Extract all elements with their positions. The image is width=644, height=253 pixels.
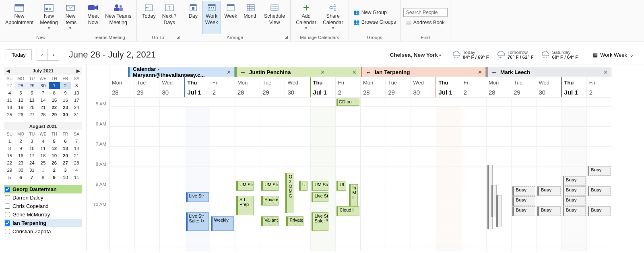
mini-cal-day[interactable]: 28 <box>15 82 27 89</box>
allday-slot[interactable] <box>361 98 386 106</box>
meet-now-button[interactable]: Meet Now <box>85 1 101 34</box>
calendar-event[interactable]: Busy <box>563 176 586 186</box>
mini-cal-day[interactable]: 14 <box>37 97 49 104</box>
day-header[interactable]: Wed30 <box>536 77 561 97</box>
allday-event[interactable]: GD ou → <box>336 99 359 106</box>
calendar-event[interactable]: UM Sta <box>261 181 279 191</box>
day-column[interactable]: UM StaLive StrLive StrSale: ↻ <box>310 107 335 251</box>
allday-slot[interactable] <box>386 98 411 106</box>
new-items-button[interactable]: New Items <box>62 1 80 34</box>
mini-cal-day[interactable]: 14 <box>71 145 82 152</box>
person-checkbox[interactable] <box>5 204 10 209</box>
goto-today-button[interactable]: Today <box>6 49 32 60</box>
allday-slot[interactable] <box>486 98 511 106</box>
mini-cal-day[interactable]: 24 <box>26 159 37 167</box>
calendar-event[interactable]: Busy <box>512 206 535 216</box>
day-column[interactable]: BusyBusyBusyBusy <box>561 107 586 251</box>
mini-cal-day[interactable]: 7 <box>71 138 82 145</box>
mini-cal-day[interactable]: 3 <box>60 167 71 174</box>
allday-slot[interactable] <box>159 98 184 106</box>
new-teams-meeting-button[interactable]: New Teams Meeting <box>102 1 134 34</box>
panel-arrow-icon[interactable]: ← <box>365 69 372 76</box>
day-column[interactable] <box>411 107 436 251</box>
mini-cal-day[interactable]: 21 <box>37 104 49 111</box>
person-checkbox[interactable] <box>5 187 10 192</box>
mini-cal-day[interactable]: 27 <box>4 82 15 89</box>
day-header[interactable]: Fri2 <box>586 77 611 97</box>
mini-cal-day[interactable]: 5 <box>49 138 60 145</box>
close-icon[interactable]: ✕ <box>478 69 482 75</box>
day-header[interactable]: Mon28 <box>235 77 260 97</box>
mini-cal-day[interactable]: 11 <box>37 145 49 152</box>
calendar-person-row[interactable]: Georg Dauterman <box>4 185 82 193</box>
mini-cal-day[interactable]: 11 <box>71 174 82 181</box>
share-calendar-button[interactable]: Share Calendar <box>320 1 346 34</box>
calendar-event[interactable] <box>491 185 497 217</box>
day-column[interactable] <box>159 107 184 251</box>
mini-cal-day[interactable]: 5 <box>15 89 27 97</box>
mini-cal-day[interactable]: 6 <box>15 174 27 181</box>
mini-cal-day[interactable]: 4 <box>71 167 82 174</box>
day-column[interactable] <box>134 107 159 251</box>
mini-cal-day[interactable]: 16 <box>15 152 27 159</box>
next-week-button[interactable]: › <box>48 49 59 61</box>
location-picker[interactable]: Chelsea, New York <box>390 52 441 58</box>
mini-cal-day[interactable]: 29 <box>26 82 37 89</box>
day-header[interactable]: Tue29 <box>134 77 159 97</box>
mini-cal-day[interactable]: 20 <box>26 104 37 111</box>
mini-cal-day[interactable]: 12 <box>15 97 27 104</box>
day-header[interactable]: Fri2 <box>210 77 235 97</box>
mini-cal-day[interactable]: 7 <box>37 89 49 97</box>
calendar-event[interactable]: Valiant <box>261 216 279 226</box>
mini-cal-day[interactable]: 27 <box>26 111 37 118</box>
panel-arrow-icon[interactable]: ← <box>491 69 497 76</box>
mini-cal-day[interactable]: 23 <box>60 104 71 111</box>
calendar-event[interactable]: Busy <box>537 186 560 196</box>
mini-cal-day[interactable]: 1 <box>37 167 49 174</box>
mini-cal-day[interactable]: 9 <box>49 174 60 181</box>
day-column[interactable]: UM StaS-LPrep <box>235 107 260 251</box>
work-week-view-button[interactable]: Work Week <box>202 1 221 34</box>
mini-cal-day[interactable]: 9 <box>60 89 71 97</box>
mini-cal-day[interactable]: 23 <box>15 159 27 167</box>
calendar-event[interactable]: Live Str <box>312 192 329 202</box>
calendar-person-row[interactable]: Christian Zapata <box>4 227 82 236</box>
week-view-button[interactable]: Week <box>222 1 240 34</box>
calendar-event[interactable]: Cloud I <box>336 206 359 216</box>
calendar-event[interactable]: Live StrSale: ↻ <box>186 212 209 231</box>
calendar-person-row[interactable]: Ian Terpening <box>4 219 82 227</box>
address-book-button[interactable]: 📖Address Book <box>403 19 448 27</box>
day-header[interactable]: Wed30 <box>285 77 310 97</box>
calendar-event[interactable]: UM Sta <box>312 181 329 191</box>
mini-cal-day[interactable]: 18 <box>37 152 49 159</box>
day-column[interactable] <box>461 107 486 251</box>
calendar-event[interactable]: UI <box>299 181 308 191</box>
new-meeting-button[interactable]: New Meeting <box>37 1 60 34</box>
new-appointment-button[interactable]: New Appointment <box>2 1 36 34</box>
close-icon[interactable]: ✕ <box>352 69 357 75</box>
mini-cal-day[interactable]: 3 <box>26 138 37 145</box>
mini-cal-day[interactable]: 1 <box>4 138 15 145</box>
day-column[interactable] <box>361 107 386 251</box>
mini-cal-day[interactable]: 6 <box>60 138 71 145</box>
close-icon[interactable]: ✕ <box>603 69 608 75</box>
mini-cal-day[interactable]: 13 <box>26 97 37 104</box>
mini-cal-day[interactable]: 26 <box>49 159 60 167</box>
day-header[interactable]: Mon28 <box>361 77 385 97</box>
calendar-person-row[interactable]: Gene McMurray <box>4 210 82 219</box>
day-column[interactable] <box>386 107 411 251</box>
mini-cal-day[interactable]: 3 <box>71 82 82 89</box>
allday-slot[interactable] <box>586 98 611 106</box>
mini-cal-day[interactable]: 21 <box>71 152 82 159</box>
person-checkbox[interactable] <box>5 212 10 217</box>
calendar-event[interactable]: Live StrSale: ↻ <box>312 212 329 231</box>
day-column[interactable]: UM StaPrivateValiant <box>260 107 285 251</box>
calendar-event[interactable]: Weekly <box>211 216 234 231</box>
mini-cal-day[interactable]: 17 <box>71 97 82 104</box>
weather-item[interactable]: Saturday68° F / 64° F <box>541 50 578 60</box>
day-column[interactable]: Q2OMGUIPrivate <box>285 107 310 251</box>
day-header[interactable]: Tue29 <box>385 77 410 97</box>
calendar-event[interactable]: InMI <box>349 184 357 208</box>
day-header[interactable]: Tue29 <box>511 77 536 97</box>
day-view-button[interactable]: Day <box>185 1 202 34</box>
